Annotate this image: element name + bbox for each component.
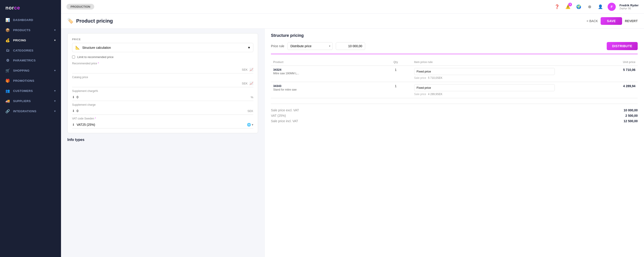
page-title: Product pricing	[76, 18, 113, 24]
user-name: Fredrik Ryder	[619, 3, 638, 7]
price-form-card: PRICE 📐 Structure calculation ▾ Limit to…	[67, 33, 258, 133]
chevron-down-icon: ▾	[54, 89, 56, 92]
sidebar-item-label: PRICING	[13, 39, 26, 42]
recommended-price-section: Recommended price * SEK 📈	[72, 62, 253, 73]
supplement-pct-field: ⬇ %	[72, 93, 253, 101]
price-rule-label: Price rule	[271, 44, 284, 48]
price-section-label: PRICE	[72, 38, 253, 41]
sale-price-row-1: Sale price 4 289,9SEK	[414, 93, 555, 96]
col-unit-price: Unit price	[557, 59, 638, 66]
table-row: 34343 Stand for mitre saw 1 Fixed price …	[271, 82, 638, 98]
avatar[interactable]: F	[608, 3, 616, 11]
price-rule-select[interactable]: Distribute price	[288, 42, 332, 50]
revert-button[interactable]: REVERT	[625, 19, 638, 23]
vat-select[interactable]: VAT25 (25%)	[76, 123, 245, 126]
chevron-down-icon: ▾	[54, 69, 56, 72]
promotions-icon: 🎁	[6, 79, 10, 83]
sidebar-item-integrations[interactable]: 🔗 INTEGRATIONS ▾	[0, 106, 61, 116]
supplement-charge-input[interactable]	[76, 109, 246, 113]
chart-icon-catalog[interactable]: 📈	[250, 81, 253, 85]
content-area: PRICE 📐 Structure calculation ▾ Limit to…	[61, 29, 644, 257]
summary-incl-vat: Sale price incl. VAT 12 500,00	[271, 118, 638, 124]
supplement-pct-label: Supplement charge%	[72, 89, 253, 93]
pricing-page-icon: 🏷️	[67, 18, 74, 24]
sidebar-item-label: PARAMETRICS	[13, 59, 36, 62]
vat-required-marker: *	[95, 117, 96, 120]
sale-price-value-1: 4 289,9SEK	[428, 93, 442, 96]
back-button[interactable]: < BACK	[586, 19, 598, 23]
environment-badge: PRODUCTION	[66, 4, 94, 9]
sidebar-item-customers[interactable]: 👥 CUSTOMERS ▾	[0, 86, 61, 96]
catalog-currency: SEK	[242, 82, 248, 85]
catalog-price-input[interactable]	[72, 81, 240, 85]
catalog-price-label: Catalog price	[72, 76, 253, 79]
download-icon-charge: ⬇	[72, 109, 75, 113]
sidebar-item-label: CATEGORIES	[13, 49, 34, 52]
excl-vat-label: Sale price excl. VAT	[271, 108, 299, 112]
globe-icon[interactable]: 🌍	[575, 3, 582, 10]
supplement-charge-unit: SEK	[248, 109, 253, 113]
recommended-price-input[interactable]	[72, 68, 240, 71]
sidebar-item-label: SHOPPING	[13, 69, 30, 72]
limit-checkbox-label: Limit to recommended price	[77, 55, 114, 59]
sidebar-item-parametrics[interactable]: ⚙ PARAMETRICS	[0, 55, 61, 65]
sidebar-item-label: PROMOTIONS	[13, 79, 34, 82]
sale-price-label-0: Sale price	[414, 76, 426, 79]
unit-price-cell-0: 5 710,06	[557, 66, 638, 82]
supplement-pct-section: Supplement charge% ⬇ %	[72, 89, 253, 101]
supplement-charge-section: Supplement charge ⬇ SEK	[72, 103, 253, 115]
cancel-icon[interactable]: ⊗	[586, 3, 593, 10]
dashboard-icon: 📊	[6, 18, 10, 22]
limit-recommended-checkbox[interactable]	[72, 55, 75, 58]
sidebar-item-products[interactable]: 📦 PRODUCTS ▾	[0, 25, 61, 35]
sidebar-item-label: PRODUCTS	[13, 28, 30, 32]
incl-vat-label: Sale price incl. VAT	[271, 119, 298, 123]
price-rule-select-wrapper: Distribute price	[288, 42, 332, 50]
shopping-icon: 🛒	[6, 68, 10, 73]
sale-price-value-0: 5 710,0SEK	[428, 76, 442, 79]
user-info[interactable]: Fredrik Ryder Zephyr SE	[619, 3, 638, 10]
sidebar-item-pricing[interactable]: 💰 PRICING ▾	[0, 35, 61, 45]
sidebar-item-shopping[interactable]: 🛒 SHOPPING ▾	[0, 65, 61, 76]
table-row: 34324 Mitre saw 190MM L... 1 Fixed price…	[271, 66, 638, 82]
save-button[interactable]: SAVE	[600, 17, 622, 25]
info-types-title: Info types	[67, 138, 258, 142]
sidebar-item-label: SUPPLIERS	[13, 99, 31, 103]
summary-section: Sale price excl. VAT 10 000,00 VAT (25%)…	[271, 104, 638, 124]
topbar: PRODUCTION ❓ ⚠️ 5 🌍 ⊗ 👤 F Fredrik Ryder …	[61, 0, 644, 13]
sidebar-item-categories[interactable]: 🗂 CATEGORIES	[0, 45, 61, 55]
supplement-pct-input[interactable]	[76, 95, 249, 99]
sidebar-item-suppliers[interactable]: 🚚 SUPPLIERS ▾	[0, 96, 61, 106]
download-icon-pct: ⬇	[72, 95, 75, 99]
recommended-price-label: Recommended price *	[72, 62, 253, 65]
item-price-rule-select-0[interactable]: Fixed price	[414, 68, 555, 75]
structure-calc-select[interactable]: Structure calculation	[82, 46, 246, 49]
excl-vat-value: 10 000,00	[624, 108, 638, 112]
page-header-right: < BACK SAVE REVERT	[586, 17, 638, 25]
main-content: PRODUCTION ❓ ⚠️ 5 🌍 ⊗ 👤 F Fredrik Ryder …	[61, 0, 644, 257]
chevron-down-icon: ▾	[54, 100, 56, 103]
account-icon[interactable]: 👤	[597, 3, 604, 10]
help-icon[interactable]: ❓	[554, 3, 560, 10]
suppliers-icon: 🚚	[6, 99, 10, 103]
sidebar-item-dashboard[interactable]: 📊 DASHBOARD	[0, 15, 61, 25]
right-panel: Structure pricing Price rule Distribute …	[264, 29, 644, 257]
sidebar-item-promotions[interactable]: 🎁 PROMOTIONS	[0, 76, 61, 86]
notification-badge: 5	[568, 3, 572, 6]
globe-vat-icon[interactable]: 🌐 ▾	[247, 123, 253, 126]
warning-icon[interactable]: ⚠️ 5	[564, 3, 572, 10]
product-table: Product Qty Item price rule Unit price 3…	[271, 59, 638, 98]
chevron-down-icon: ▾	[54, 110, 56, 113]
structure-calc-dropdown[interactable]: 📐 Structure calculation ▾	[72, 43, 253, 52]
chart-icon[interactable]: 📈	[250, 68, 253, 71]
customers-icon: 👥	[6, 89, 10, 93]
price-rule-row: Price rule Distribute price DISTRIBUTE	[271, 42, 638, 54]
incl-vat-value: 12 500,00	[624, 119, 638, 123]
vat-value: 2 500,00	[626, 114, 638, 117]
distribute-button[interactable]: DISTRIBUTE	[607, 42, 638, 50]
item-price-rule-select-1[interactable]: Fixed price	[414, 84, 555, 91]
sidebar: norce 📊 DASHBOARD 📦 PRODUCTS ▾ 💰 PRICING…	[0, 0, 61, 257]
col-qty: Qty	[380, 59, 412, 66]
left-panel: PRICE 📐 Structure calculation ▾ Limit to…	[61, 29, 264, 257]
price-rule-value-input[interactable]	[336, 42, 365, 50]
